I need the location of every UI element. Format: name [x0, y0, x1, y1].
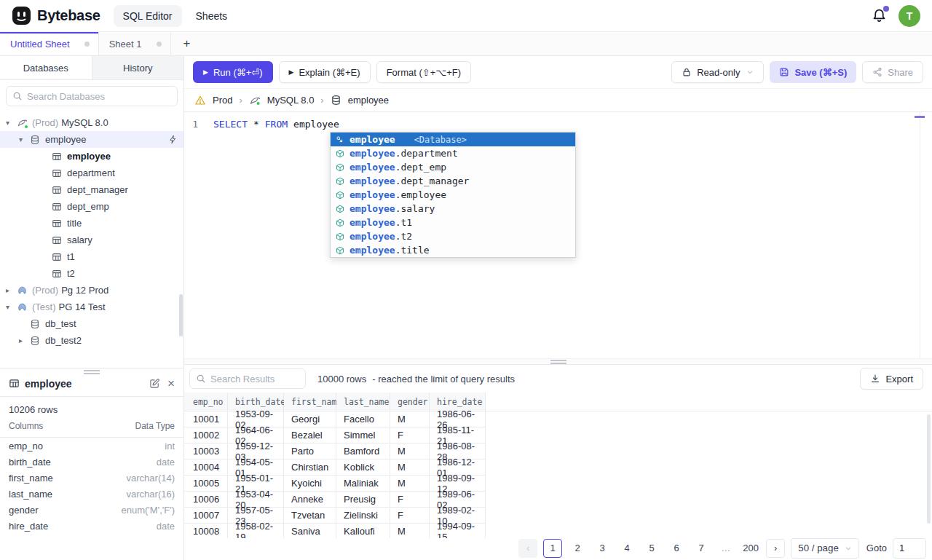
cell-gender[interactable]: F	[390, 427, 430, 443]
cell-emp-no[interactable]: 10005	[184, 476, 228, 492]
nav-sheets[interactable]: Sheets	[186, 5, 237, 27]
tree-item[interactable]: title	[0, 215, 183, 232]
cell-first-name[interactable]: Chirstian	[284, 460, 336, 476]
autocomplete-item[interactable]: employee .salary	[331, 202, 575, 216]
autocomplete-item[interactable]: employee .employee	[331, 188, 575, 202]
page-button[interactable]: 1	[543, 539, 562, 558]
tree-item[interactable]: db_test2	[0, 332, 183, 349]
tree-item[interactable]: employee	[0, 131, 183, 148]
database-search-input[interactable]	[27, 91, 171, 102]
cell-gender[interactable]: M	[390, 524, 430, 538]
cell-first-name[interactable]: Parto	[284, 443, 336, 460]
autocomplete-item[interactable]: employee .department	[331, 146, 575, 160]
tree-item[interactable]: employee	[0, 148, 183, 165]
close-icon[interactable]: ×	[167, 377, 175, 390]
cell-gender[interactable]: M	[390, 411, 430, 427]
tree-item[interactable]: (Test) PG 14 Test	[0, 299, 183, 315]
page-button[interactable]: 3	[593, 539, 612, 558]
page-button[interactable]: 200	[741, 539, 760, 558]
tree-caret-icon[interactable]	[19, 135, 29, 143]
breadcrumb-instance[interactable]: MySQL 8.0	[267, 95, 315, 106]
cell-last-name[interactable]: Preusig	[336, 492, 390, 508]
sql-editor[interactable]: 1 SELECT * FROM employee employee	[184, 112, 932, 358]
cell-first-name[interactable]: Tzvetan	[284, 508, 336, 524]
page-button[interactable]: 5	[642, 539, 661, 558]
sidebar-tab[interactable]: History	[92, 56, 184, 79]
cell-last-name[interactable]: Maliniak	[336, 476, 390, 492]
tree-item[interactable]: (Prod) MySQL 8.0	[0, 114, 183, 131]
tree-caret-icon[interactable]	[6, 303, 16, 311]
cell-first-name[interactable]: Kyoichi	[284, 476, 336, 492]
cell-last-name[interactable]: Kalloufi	[336, 524, 390, 538]
cell-emp-no[interactable]: 10007	[184, 508, 228, 524]
cell-last-name[interactable]: Zielinski	[336, 508, 390, 524]
page-button[interactable]: 6	[667, 539, 686, 558]
cell-last-name[interactable]: Koblick	[336, 460, 390, 476]
page-size-select[interactable]: 50 / page	[791, 538, 859, 559]
run-button[interactable]: ▶ Run (⌘+⏎)	[193, 61, 273, 83]
read-only-dropdown[interactable]: Read-only	[671, 61, 764, 83]
cell-emp-no[interactable]: 10003	[184, 443, 228, 460]
autocomplete-item[interactable]: employee .t1	[331, 216, 575, 229]
results-resize-grip[interactable]	[184, 358, 932, 365]
cell-gender[interactable]: F	[390, 492, 430, 508]
autocomplete-item[interactable]: employee .dept_manager	[331, 174, 575, 188]
sidebar-tab[interactable]: Databases	[0, 56, 92, 79]
cell-last-name[interactable]: Simmel	[336, 427, 390, 443]
cell-gender[interactable]: M	[390, 460, 430, 476]
page-button[interactable]: 7	[692, 539, 711, 558]
page-button[interactable]: 2	[568, 539, 587, 558]
page-button[interactable]: ›	[766, 539, 785, 558]
cell-emp-no[interactable]: 10001	[184, 411, 228, 427]
cell-emp-no[interactable]: 10002	[184, 427, 228, 443]
page-button[interactable]: …	[716, 539, 735, 558]
cell-emp-no[interactable]: 10006	[184, 492, 228, 508]
explain-button[interactable]: ▶ Explain (⌘+E)	[279, 61, 371, 83]
cell-gender[interactable]: F	[390, 508, 430, 524]
cell-hire-date[interactable]: 1994-09-15	[430, 524, 486, 538]
add-sheet-button[interactable]: +	[171, 32, 203, 55]
column-header[interactable]: first_name	[284, 393, 336, 411]
tree-caret-icon[interactable]	[6, 286, 16, 294]
tree-item[interactable]: department	[0, 165, 183, 181]
sheet-tab[interactable]: Untitled Sheet	[0, 32, 99, 55]
edit-schema-icon[interactable]	[149, 378, 160, 389]
tree-caret-icon[interactable]	[6, 119, 16, 127]
breadcrumb-database[interactable]: employee	[348, 95, 389, 106]
save-button[interactable]: Save (⌘+S)	[770, 61, 856, 83]
cell-emp-no[interactable]: 10008	[184, 524, 228, 538]
cell-gender[interactable]: M	[390, 443, 430, 460]
tree-item[interactable]: t1	[0, 248, 183, 265]
share-button[interactable]: Share	[862, 61, 923, 83]
tree-item[interactable]: salary	[0, 232, 183, 248]
sheet-tab[interactable]: Sheet 1	[99, 32, 171, 55]
cell-first-name[interactable]: Bezalel	[284, 427, 336, 443]
format-button[interactable]: Format (⇧+⌥+F)	[376, 61, 471, 83]
cell-last-name[interactable]: Bamford	[336, 443, 390, 460]
column-header[interactable]: emp_no	[184, 393, 228, 411]
cell-birth-date[interactable]: 1958-02-19	[228, 524, 284, 538]
cell-first-name[interactable]: Saniva	[284, 524, 336, 538]
sidebar-scrollbar[interactable]	[179, 294, 183, 336]
tree-caret-icon[interactable]	[19, 336, 29, 344]
quick-query-bolt-icon[interactable]	[168, 135, 178, 144]
tree-item[interactable]: db_test	[0, 315, 183, 332]
cell-gender[interactable]: M	[390, 476, 430, 492]
autocomplete-item[interactable]: employee <Database>	[331, 133, 575, 146]
cell-first-name[interactable]: Georgi	[284, 411, 336, 427]
bytebase-logo[interactable]	[12, 6, 31, 25]
avatar[interactable]: T	[899, 5, 920, 27]
export-button[interactable]: Export	[860, 368, 923, 390]
page-button[interactable]: ‹	[518, 539, 537, 558]
tree-item[interactable]: dept_manager	[0, 181, 183, 198]
results-scrollbar[interactable]	[927, 414, 931, 524]
nav-sql-editor[interactable]: SQL Editor	[114, 5, 182, 27]
tree-item[interactable]: t2	[0, 265, 183, 282]
cell-last-name[interactable]: Facello	[336, 411, 390, 427]
tree-item[interactable]: dept_emp	[0, 198, 183, 215]
column-header[interactable]: last_name	[336, 393, 390, 411]
panel-resize-grip[interactable]	[84, 370, 100, 374]
results-search-input[interactable]	[210, 374, 299, 384]
tree-item[interactable]: (Prod) Pg 12 Prod	[0, 282, 183, 299]
autocomplete-item[interactable]: employee .t2	[331, 229, 575, 243]
